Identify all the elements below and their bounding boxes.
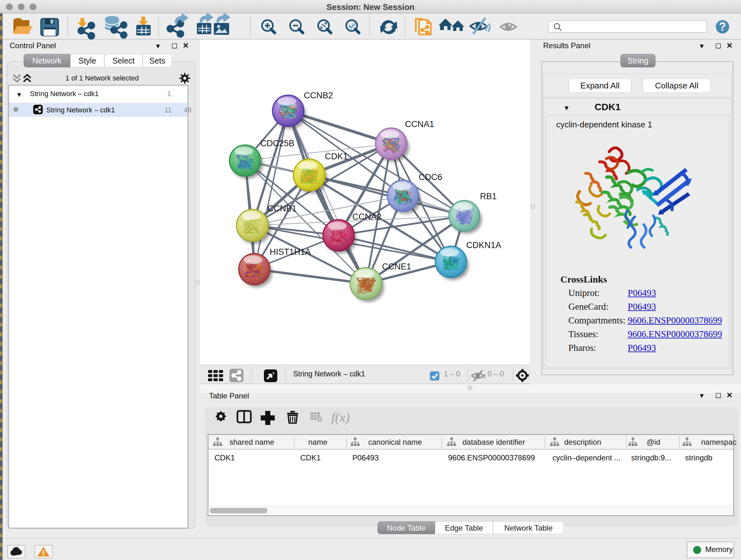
svg-text:CCNA1: CCNA1 <box>405 119 434 129</box>
svg-text:HIST1H1A: HIST1H1A <box>270 247 311 257</box>
svg-text:RB1: RB1 <box>480 192 497 201</box>
svg-text:CCNB2: CCNB2 <box>304 91 333 100</box>
svg-text:CCNA2: CCNA2 <box>352 212 382 222</box>
svg-text:CDC25B: CDC25B <box>260 138 294 148</box>
svg-text:?: ? <box>719 20 726 33</box>
svg-text:CCNE1: CCNE1 <box>382 262 411 271</box>
svg-text:CCNB1: CCNB1 <box>267 204 297 213</box>
svg-text:CDK1: CDK1 <box>325 152 348 161</box>
svg-text:CDKN1A: CDKN1A <box>466 240 501 250</box>
svg-text:CDC6: CDC6 <box>419 172 442 182</box>
svg-text:f(x): f(x) <box>331 410 350 425</box>
